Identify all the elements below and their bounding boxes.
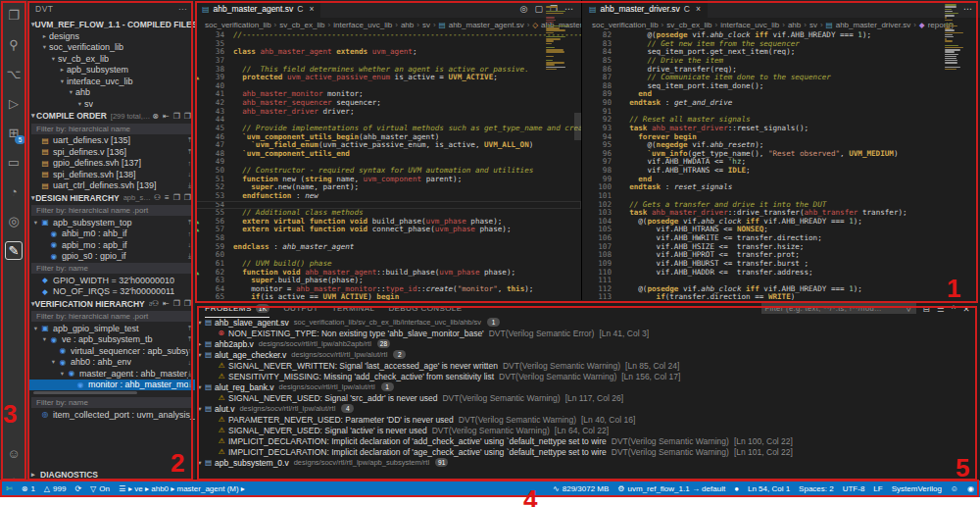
activity-item-run-debug[interactable]: ▷ — [0, 88, 27, 118]
maximize-panel-icon[interactable]: ^ — [952, 304, 956, 314]
open-file-icon[interactable]: ❐ — [173, 112, 180, 121]
compiled-files-tree-item[interactable]: ▾sv — [27, 98, 195, 110]
verification-hierarchy-header[interactable]: ▾ VERIFICATION HIERARCHY apb_gpio_… ⚇⇤❐❐ — [27, 297, 195, 310]
record-icon[interactable]: ● — [734, 484, 739, 493]
scroll-action-icon[interactable]: ⤒ — [188, 335, 195, 343]
open-file-icon[interactable]: ❐ — [173, 193, 180, 202]
verification-port-item[interactable]: ◎item_collected_port : uvm_analysis_port — [27, 409, 195, 421]
indentation-status[interactable]: Spaces: 2 — [799, 484, 834, 493]
compile-order-file-item[interactable]: ▤spi_defines.v [136]⤒ — [27, 146, 195, 158]
tab-ahb-master-agent[interactable]: ▤ ahb_master_agent.sv C × — [195, 0, 320, 18]
memory-status[interactable]: ∿829/3072 MB — [553, 484, 609, 493]
breadcrumb-item[interactable]: ahb_master_agent.sv — [449, 21, 524, 29]
design-hierarchy-filter-input[interactable]: Filter by: hierarchical name .port — [31, 205, 191, 216]
problem-issue-row[interactable]: ⚠SIGNAL_NEVER_USED: Signal 'src_addr' is… — [195, 392, 980, 403]
breadcrumb-item[interactable]: soc_verification_lib — [205, 21, 271, 29]
scroll-action-icon[interactable]: ↓ — [188, 241, 196, 248]
more-actions-icon[interactable]: ⋯ — [178, 4, 187, 14]
breadcrumb-item[interactable]: sv_cb_ex_lib — [279, 21, 324, 29]
design-hierarchy-name-filter-input[interactable]: Filter by: name — [31, 263, 191, 274]
group-by-icon[interactable]: ⊟ — [923, 304, 931, 314]
verification-hierarchy-tree-item[interactable]: ◉monitor : ahb_master_monitor⤓ — [27, 380, 195, 391]
notifications-icon[interactable]: ◉ — [967, 484, 974, 493]
problem-issue-row[interactable]: ⚠PARAMETER_NEVER_USED: Parameter 'DD' is… — [195, 414, 980, 425]
problem-issue-row[interactable]: ⚠SIGNAL_NEVER_WRITTEN: Signal 'last_acce… — [195, 360, 980, 371]
verification-hierarchy-tree-item[interactable]: ◉virtual_sequencer : apb_subsystem_virtu… — [27, 345, 195, 357]
box-icon[interactable]: ▢ — [534, 4, 543, 14]
design-hierarchy-header[interactable]: ▾ DESIGN HIERARCHY apb_subsystem_t… ⚇≡❐❐ — [27, 191, 195, 204]
panel-tab-terminal[interactable]: TERMINAL — [332, 300, 375, 317]
design-hierarchy-tree-item[interactable]: ◉apbi_mo : apb_if↓ — [27, 239, 195, 251]
compiled-files-tree-item[interactable]: ▾soc_verification_lib — [27, 42, 195, 54]
verification-hierarchy-name-filter-input[interactable]: Filter by: name — [31, 397, 191, 408]
problem-file-row[interactable]: ▾▤alut.vdesigns/socv/rtl/rtl_lpw/alut/rt… — [195, 403, 980, 414]
breadcrumb-item[interactable]: ahb_master_driver.sv — [836, 21, 910, 29]
breadcrumb-item[interactable]: ahb — [401, 21, 414, 29]
cursor-position[interactable]: Ln 54, Col 1 — [748, 484, 790, 493]
compiled-files-tree-item[interactable]: ▸designs — [27, 30, 195, 42]
filter-status[interactable]: ▽On — [90, 484, 110, 493]
compiled-files-tree-item[interactable]: ▾ahb — [27, 87, 195, 99]
problem-file-row[interactable]: ▾▤apb_subsystem_0.vdesigns/socv/rtl/rtl_… — [195, 457, 980, 468]
eol-status[interactable]: LF — [873, 484, 882, 493]
scroll-action-icon[interactable]: ⤒ — [188, 136, 195, 144]
encoding-status[interactable]: UTF-8 — [843, 484, 865, 493]
hierarchy-status[interactable]: ☰▸ ve ▸ ahb0 ▸ master_agent (M) ▸ — [119, 484, 245, 493]
dvt-flow-status[interactable]: ⚙uvm_ref_flow_1.1 → default — [617, 484, 725, 493]
activity-item-extensions[interactable]: ⊞5 — [0, 118, 27, 147]
feedback-icon[interactable]: ☺ — [951, 484, 958, 493]
scroll-action-icon[interactable]: ⤓ — [188, 252, 195, 260]
activity-item-source-control[interactable]: ⌥ — [0, 59, 27, 88]
filter-funnel-icon[interactable]: ▽ — [906, 304, 911, 313]
scroll-action-icon[interactable]: ⤓ — [188, 380, 195, 388]
breadcrumb-item[interactable]: sv — [809, 21, 817, 29]
clear-icon[interactable]: ⊗ — [152, 112, 159, 121]
code-editor[interactable]: 34//------------------------------------… — [195, 31, 581, 300]
close-panel-icon[interactable]: ✕ — [962, 304, 970, 314]
warnings-status[interactable]: △999 — [44, 484, 67, 493]
activity-item-remote-explorer[interactable]: ▭ — [0, 147, 27, 177]
sync-icon[interactable]: ⟳ — [74, 484, 81, 493]
compile-order-file-item[interactable]: ▤spi_defines.svh [138]↓ — [27, 169, 195, 180]
breadcrumb-item[interactable]: interface_uvc_lib — [333, 21, 392, 29]
scroll-action-icon[interactable]: ⤒ — [188, 325, 195, 332]
verification-hierarchy-tree-item[interactable]: ▾▣apb_gpio_simple_test⤒ — [27, 323, 195, 334]
breadcrumb-item[interactable]: soc_verification_lib — [592, 21, 659, 29]
problems-filter-input[interactable]: Filter (e.g. text, **/*.ts, !**/nod…▽ — [761, 303, 916, 314]
panel-tab-problems[interactable]: PROBLEMS1K — [205, 300, 270, 318]
flatten-icon[interactable]: ⇤ — [163, 299, 170, 308]
compile-order-header[interactable]: ▾ COMPILE ORDER [299 total, 227 uniqu… ⊗… — [27, 110, 195, 123]
design-hierarchy-tree-item[interactable]: ▾▣apb_subsystem_top⤒ — [27, 217, 195, 228]
split-panel-icon[interactable]: ❐ — [184, 193, 191, 202]
activity-item-search[interactable]: ⚲ — [0, 29, 27, 59]
verification-hierarchy-tree-item[interactable]: ▾◉ve : apb_subsystem_tb⤒ — [27, 334, 195, 346]
breadcrumb[interactable]: soc_verification_lib›sv_cb_ex_lib›interf… — [195, 18, 581, 31]
scroll-action-icon[interactable]: ↓ — [188, 359, 196, 366]
scroll-action-icon[interactable]: ↓ — [188, 171, 196, 177]
problem-issue-row[interactable]: ⚠SIGNAL_NEVER_USED: Signal 'active' is n… — [195, 425, 980, 435]
compile-order-icon[interactable]: ⇤ — [163, 112, 170, 121]
close-icon[interactable]: × — [696, 4, 701, 14]
split-panel-icon[interactable]: ❐ — [184, 112, 191, 121]
panel-tab-debug-console[interactable]: DEBUG CONSOLE — [388, 300, 462, 317]
scroll-action-icon[interactable]: ⤓ — [188, 370, 195, 378]
horizontal-scrollbar[interactable] — [33, 391, 137, 394]
breadcrumb-item[interactable]: sv_cb_ex_lib — [666, 21, 711, 29]
split-panel-icon[interactable]: ❐ — [184, 299, 191, 308]
vertical-scrollbar[interactable] — [574, 113, 581, 140]
errors-status[interactable]: ⊗1 — [22, 484, 35, 493]
scroll-action-icon[interactable]: ↑ — [188, 230, 196, 237]
activity-item-testing[interactable]: ◎ — [0, 206, 27, 235]
compile-order-filter-input[interactable]: Filter by: hierarchical name — [31, 124, 191, 134]
minimap[interactable] — [546, 2, 578, 71]
activity-item-dvt[interactable]: ✎ — [0, 235, 27, 265]
language-status[interactable]: SystemVerilog — [892, 484, 942, 493]
types-icon[interactable]: ⚇ — [154, 193, 161, 202]
compile-settings-icon[interactable]: ◎ — [520, 4, 528, 14]
design-hierarchy-tree-item[interactable]: ◉gpio_s0 : gpio_if⤓ — [27, 251, 195, 263]
dvt-connection-icon[interactable]: ✄ — [6, 484, 13, 493]
problem-issue-row[interactable]: ⚠SENSITIVITY_MISSING: Missing 'add_check… — [195, 371, 980, 381]
breadcrumb-item[interactable]: ahb — [788, 21, 801, 29]
activity-item-explorer[interactable]: ❐ — [0, 0, 27, 29]
panel-tab-output[interactable]: OUTPUT — [283, 300, 318, 317]
